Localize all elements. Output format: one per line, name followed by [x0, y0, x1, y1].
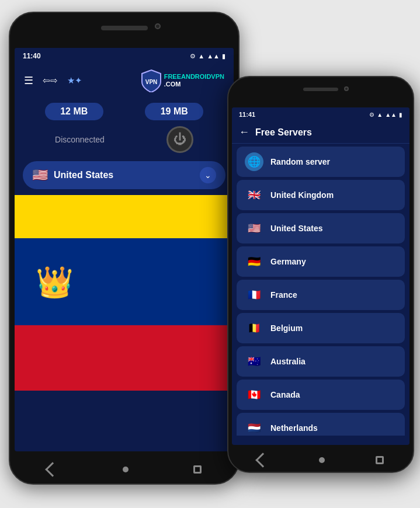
flag-nl: 🇳🇱 — [245, 419, 263, 436]
signal-icon2: ▲▲ — [385, 112, 397, 118]
back-arrow-button[interactable]: ← — [239, 126, 249, 138]
p2-header: ← Free Servers — [232, 121, 409, 144]
flag-de: 🇩🇪 — [245, 252, 263, 271]
server-name-nl: Netherlands — [270, 423, 318, 433]
p2-title: Free Servers — [255, 127, 312, 138]
phone2-screen: 11:41 ⚙ ▲ ▲▲ ▮ ← Free Servers 🌐 Random s… — [232, 107, 409, 445]
flag-be: 🇧🇪 — [245, 319, 263, 337]
flag-ca: 🇨🇦 — [245, 385, 263, 404]
phone2-speaker — [303, 88, 338, 91]
home-nav-button2[interactable] — [319, 457, 325, 463]
server-item-ca[interactable]: 🇨🇦 Canada — [237, 380, 405, 410]
recents-nav-button2[interactable] — [376, 456, 384, 464]
home-nav-button[interactable] — [123, 467, 129, 472]
back-nav-button[interactable] — [45, 462, 60, 476]
flag-stripe-red — [15, 325, 234, 391]
status-icons: ⚙ ▲ ▲▲ ▮ — [190, 53, 225, 60]
server-item-be[interactable]: 🇧🇪 Belgium — [237, 313, 405, 343]
battery-icon2: ▮ — [399, 112, 402, 118]
flag-display: 👑 — [15, 195, 234, 391]
server-name-au: Australia — [270, 357, 306, 366]
status-time2: 11:41 — [239, 111, 255, 118]
status-icons2: ⚙ ▲ ▲▲ ▮ — [369, 112, 402, 118]
phone1-bottom-nav — [15, 455, 234, 483]
phone1-speaker — [101, 26, 148, 30]
top-nav: ☰ ⇦⇨ ★✦ VPN FREEANDROIDVPN .COM — [15, 64, 234, 97]
server-item-de[interactable]: 🇩🇪 Germany — [237, 246, 405, 277]
logo-shield: VPN — [141, 69, 162, 92]
status-bar2: 11:41 ⚙ ▲ ▲▲ ▮ — [232, 107, 409, 121]
server-item-fr[interactable]: 🇫🇷 France — [237, 280, 405, 310]
disconnected-row: Disconnected ⏻ — [15, 124, 234, 158]
status-bar: 11:40 ⚙ ▲ ▲▲ ▮ — [15, 48, 234, 64]
server-name-ca: Canada — [270, 390, 300, 399]
back-nav-button2[interactable] — [255, 453, 270, 467]
server-list: 🌐 Random server 🇬🇧 United Kingdom 🇺🇸 Uni… — [232, 144, 409, 436]
stats-row: 12 MB 19 MB — [15, 97, 234, 124]
server-item-au[interactable]: 🇦🇺 Australia — [237, 346, 405, 377]
upload-stat: 19 MB — [145, 103, 203, 120]
server-name-be: Belgium — [270, 323, 303, 333]
logo-container: VPN FREEANDROIDVPN .COM — [141, 69, 224, 92]
scene: 11:40 ⚙ ▲ ▲▲ ▮ ☰ ⇦⇨ ★✦ VPN — [0, 0, 420, 508]
logo-text-sub: .COM — [164, 81, 181, 88]
settings-icon2: ⚙ — [369, 112, 374, 118]
server-name-uk: United Kingdom — [270, 190, 334, 200]
power-button[interactable]: ⏻ — [166, 126, 193, 153]
server-name-de: Germany — [270, 257, 306, 266]
server-name-us: United States — [270, 224, 322, 233]
phone2: 11:41 ⚙ ▲ ▲▲ ▮ ← Free Servers 🌐 Random s… — [227, 76, 414, 473]
connection-status: Disconnected — [55, 135, 105, 144]
status-time: 11:40 — [23, 52, 41, 60]
chevron-down-icon[interactable]: ⌄ — [200, 167, 216, 183]
server-item-random[interactable]: 🌐 Random server — [237, 147, 405, 177]
phone2-camera — [344, 86, 349, 91]
server-item-nl[interactable]: 🇳🇱 Netherlands — [237, 413, 405, 436]
phone2-bottom-nav — [232, 448, 409, 472]
phone1: 11:40 ⚙ ▲ ▲▲ ▮ ☰ ⇦⇨ ★✦ VPN — [9, 12, 239, 485]
wifi-icon: ▲ — [198, 53, 204, 60]
logo-text: FREEANDROIDVPN .COM — [164, 73, 224, 88]
settings-icon: ⚙ — [190, 53, 196, 60]
flag-us: 🇺🇸 — [245, 219, 263, 238]
nav-icons: ☰ ⇦⇨ ★✦ — [24, 74, 82, 87]
selected-country-flag: 🇺🇸 — [32, 168, 48, 183]
crown-icon: 👑 — [36, 267, 74, 297]
flag-stripe-yellow — [15, 195, 234, 238]
battery-icon: ▮ — [222, 53, 225, 60]
share-icon[interactable]: ⇦⇨ — [43, 75, 58, 86]
selected-country-name: United States — [54, 170, 194, 180]
wifi-icon2: ▲ — [377, 112, 383, 118]
menu-icon[interactable]: ☰ — [24, 74, 33, 87]
globe-icon: 🌐 — [245, 152, 263, 171]
svg-text:VPN: VPN — [145, 79, 157, 85]
star-icon[interactable]: ★✦ — [67, 75, 82, 86]
logo-text-main: FREEANDROIDVPN — [164, 73, 224, 80]
signal-icon: ▲▲ — [207, 53, 220, 60]
recents-nav-button[interactable] — [193, 465, 202, 474]
flag-uk: 🇬🇧 — [245, 186, 263, 204]
download-stat: 12 MB — [45, 103, 103, 120]
flag-stripe-blue: 👑 — [15, 238, 234, 325]
server-name-fr: France — [270, 290, 297, 300]
country-selector[interactable]: 🇺🇸 United States ⌄ — [23, 161, 225, 189]
phone1-screen: 11:40 ⚙ ▲ ▲▲ ▮ ☰ ⇦⇨ ★✦ VPN — [15, 48, 234, 451]
flag-au: 🇦🇺 — [245, 352, 263, 371]
server-name-random: Random server — [270, 157, 330, 166]
phone1-camera — [155, 23, 161, 29]
server-item-us[interactable]: 🇺🇸 United States — [237, 213, 405, 243]
server-item-uk[interactable]: 🇬🇧 United Kingdom — [237, 180, 405, 210]
flag-fr: 🇫🇷 — [245, 286, 263, 304]
